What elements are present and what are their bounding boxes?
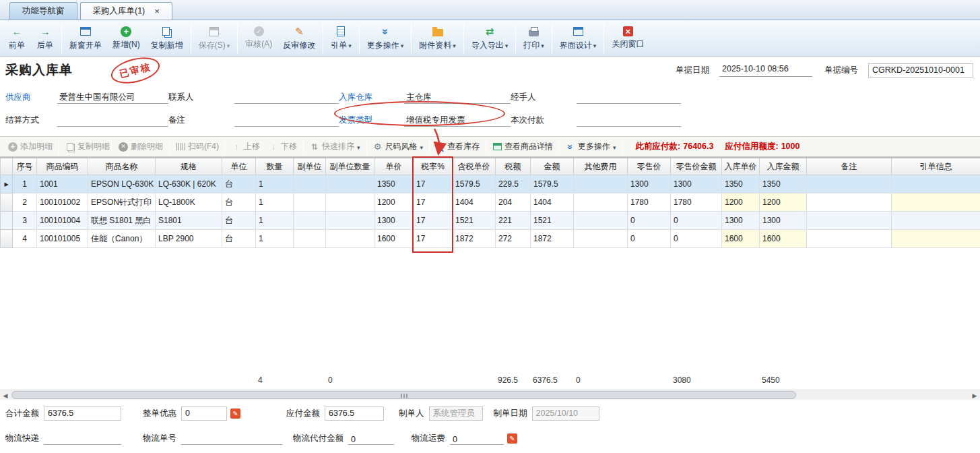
cell[interactable]: 3 [13,212,37,230]
table-row[interactable]: 4100101005佳能（Canon）LBP 2900台116001718722… [1,230,980,248]
move-down-button[interactable]: 下移 [265,140,301,154]
cell[interactable]: 台 [222,193,256,212]
cell[interactable]: 1300 [374,212,414,230]
remark-field[interactable] [234,113,339,127]
view-stock-button[interactable]: 查看库存 [432,140,484,154]
close-window-button[interactable]: 关闭窗口 [606,24,649,52]
cell[interactable]: 1600 [374,230,414,248]
column-header[interactable]: 其他费用 [574,158,628,175]
move-up-button[interactable]: 上移 [228,140,264,154]
cell[interactable]: 1600 [722,230,760,248]
cell[interactable]: 1300 [671,175,722,193]
column-header[interactable]: 单位 [222,158,256,175]
cell[interactable] [807,193,892,212]
cell[interactable]: 100101005 [37,230,88,248]
tab-close-icon[interactable]: × [154,7,160,16]
edit-discount-icon[interactable] [230,409,240,419]
cell[interactable] [326,193,374,212]
payment-field[interactable] [577,113,681,127]
cell[interactable] [294,212,326,230]
cell[interactable]: LBP 2900 [156,230,222,248]
cell[interactable]: 1 [256,230,294,248]
cell[interactable]: 1350 [760,175,807,193]
cell[interactable]: 1300 [628,175,671,193]
table-row[interactable]: ▶11001EPSON LQ-630KLQ-630K | 620K台113501… [1,175,980,193]
cell[interactable]: S1801 [156,212,222,230]
cell[interactable] [294,193,326,212]
unaudit-button[interactable]: 反审修改 [277,24,321,53]
column-header[interactable]: 单价 [374,158,414,175]
detail-more-actions-button[interactable]: 更多操作 [562,140,620,154]
tab-nav-window[interactable]: 功能导航窗 [9,2,77,20]
more-actions-button[interactable]: 更多操作 [362,24,410,53]
table-row[interactable]: 2100101002EPSON针式打印LQ-1800K台112001714042… [1,193,980,212]
cell[interactable]: 272 [496,230,531,248]
cell[interactable]: 1 [256,175,294,193]
column-header[interactable]: 数量 [256,158,294,175]
cell[interactable]: 1350 [374,175,414,193]
cell[interactable]: 0 [628,212,671,230]
column-header[interactable]: 零售价 [628,158,671,175]
cell[interactable]: EPSON LQ-630K [88,175,156,193]
cod-amount-field[interactable]: 0 [348,431,394,445]
cell[interactable]: 1300 [722,212,760,230]
column-header[interactable]: 规格 [156,158,222,175]
cell[interactable]: 17 [414,193,453,212]
cell[interactable]: 1579.5 [453,175,496,193]
size-style-button[interactable]: 尺码风格 [369,140,428,154]
total-amount-field[interactable]: 6376.5 [44,406,121,421]
prev-doc-button[interactable]: 前单 [3,24,31,53]
supplier-field[interactable]: 爱普生中国有限公司 [57,90,168,104]
cell[interactable]: 佳能（Canon） [88,230,156,248]
discount-field[interactable]: 0 [181,406,227,421]
scroll-right-icon[interactable]: ▶ [970,391,979,400]
cell[interactable] [326,212,374,230]
tracking-number-field[interactable] [181,431,282,445]
copy-detail-button[interactable]: 复制明细 [61,140,114,154]
column-header[interactable]: 商品名称 [88,158,156,175]
cell[interactable]: 1 [13,175,37,193]
cell[interactable]: 1521 [531,212,574,230]
attachments-button[interactable]: 附件资料 [414,24,461,53]
column-header[interactable]: 含税单价 [453,158,496,175]
cell[interactable]: 17 [414,230,453,248]
cell[interactable]: 1404 [531,193,574,212]
cell[interactable] [294,175,326,193]
cell[interactable]: 0 [671,230,722,248]
cell[interactable]: 1404 [453,193,496,212]
tab-purchase-receipt[interactable]: 采购入库单(1) × [80,2,172,20]
cell[interactable]: 17 [414,212,453,230]
cell[interactable]: 1 [256,193,294,212]
warehouse-field[interactable]: 主仓库 [404,90,511,104]
cell[interactable] [892,230,980,248]
invoice-type-field[interactable]: 增值税专用发票 [404,113,511,127]
cell[interactable]: LQ-1800K [156,193,222,212]
column-header[interactable]: 金额 [531,158,574,175]
cell[interactable] [892,193,980,212]
cell[interactable]: EPSON针式打印 [88,193,156,212]
cell[interactable] [807,175,892,193]
new-window-button[interactable]: 新窗开单 [64,24,107,53]
cell[interactable] [294,230,326,248]
next-doc-button[interactable]: 后单 [31,24,59,53]
column-header[interactable]: 引单信息 [892,158,980,175]
audit-button[interactable]: 审核(A) [240,24,277,52]
copy-new-button[interactable]: 复制新增 [145,24,189,53]
cell[interactable] [326,175,374,193]
cell[interactable] [807,212,892,230]
contact-field[interactable] [234,90,339,104]
cell[interactable]: 100101004 [37,212,88,230]
add-new-button[interactable]: 新增(N) [107,24,145,53]
cell[interactable]: 229.5 [496,175,531,193]
cell[interactable]: 1200 [374,193,414,212]
cell[interactable]: 1200 [760,193,807,212]
cell[interactable] [892,175,980,193]
column-header[interactable]: 商品编码 [37,158,88,175]
cell[interactable]: 4 [13,230,37,248]
cell[interactable] [574,230,628,248]
ref-doc-button[interactable]: 引单 [325,24,357,53]
cell[interactable]: 17 [414,175,453,193]
scrollbar-thumb[interactable] [11,391,796,399]
payable-amount-field[interactable]: 6376.5 [325,406,384,421]
cell[interactable]: 台 [222,212,256,230]
